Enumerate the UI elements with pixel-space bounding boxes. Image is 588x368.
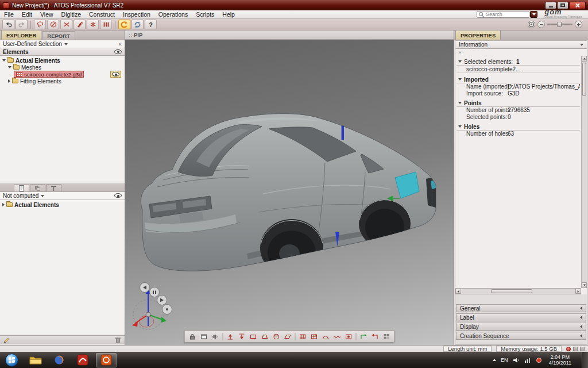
vp-path-back-button[interactable]: [370, 332, 381, 342]
undo-button[interactable]: [2, 20, 14, 29]
show-desktop-button[interactable]: [582, 352, 588, 368]
vp-trapezoid-selection-button[interactable]: [260, 332, 270, 342]
expanded-arrow-icon[interactable]: [458, 102, 462, 104]
zoom-slider[interactable]: [547, 24, 572, 25]
mesh-visibility-box[interactable]: [110, 71, 121, 78]
dock-handle-icon[interactable]: [129, 32, 131, 37]
vp-mesh-grid-button[interactable]: [297, 332, 308, 342]
vp-grow-selection-button[interactable]: [225, 332, 236, 342]
section-points[interactable]: Points: [457, 99, 580, 107]
section-bar-display[interactable]: Display: [456, 323, 586, 331]
horizontal-scroll-thumb[interactable]: [491, 289, 532, 293]
vp-announce-button[interactable]: [210, 332, 221, 342]
volume-icon[interactable]: [513, 357, 520, 363]
scroll-right-button[interactable]: [575, 289, 581, 294]
pip-header[interactable]: PIP: [125, 30, 454, 40]
menu-view[interactable]: View: [36, 10, 57, 18]
taskbar-clock[interactable]: 2:04 PM 4/19/2011: [547, 354, 574, 366]
collapse-panel-button[interactable]: «: [118, 41, 122, 47]
tree-item-fitting-elements[interactable]: Fitting Elements: [0, 78, 125, 85]
edit-pencil-icon[interactable]: [3, 336, 10, 344]
view-rotate-button-2[interactable]: [150, 288, 160, 297]
deselect-circle-button[interactable]: [47, 20, 59, 29]
visibility-eye-icon[interactable]: [112, 72, 119, 76]
collapsed-arrow-icon[interactable]: [2, 203, 5, 206]
start-button[interactable]: [5, 354, 18, 367]
visibility-eye-icon[interactable]: [114, 49, 122, 54]
tray-language[interactable]: EN: [501, 357, 508, 363]
collapsed-arrow-icon[interactable]: [8, 79, 10, 83]
expanded-arrow-icon[interactable]: [458, 78, 462, 80]
menu-inspection[interactable]: Inspection: [119, 10, 154, 18]
tree-item-mesh-selected[interactable]: scirocco-complete2.g3d: [0, 71, 125, 78]
tree-item-actual-elements[interactable]: Actual Elements: [0, 57, 125, 64]
vp-cylinder-selection-button[interactable]: [271, 332, 282, 342]
zoom-in-button[interactable]: [575, 21, 582, 28]
vertical-scroll-thumb[interactable]: [582, 63, 586, 96]
scroll-left-button[interactable]: [455, 289, 461, 294]
menu-digitize[interactable]: Digitize: [57, 10, 85, 18]
brush-selection-button[interactable]: [74, 20, 86, 29]
tab-report[interactable]: REPORT: [42, 31, 75, 40]
tray-hidden-icons-button[interactable]: [493, 359, 496, 361]
vp-mesh-corner-button[interactable]: [309, 332, 320, 342]
minitab-stages[interactable]: [30, 184, 45, 191]
computed-filter-dropdown[interactable]: Not computed: [0, 192, 125, 200]
tree-item-meshes[interactable]: Meshes: [0, 64, 125, 71]
properties-vertical-scrollbar[interactable]: [581, 56, 587, 288]
tray-gom-icon[interactable]: [536, 357, 542, 363]
menu-construct[interactable]: Construct: [85, 10, 119, 18]
search-input[interactable]: [486, 12, 520, 17]
title-bar[interactable]: New Project(*) - ATOS Professional V7 SR…: [0, 0, 588, 10]
taskbar-atos-button[interactable]: [72, 353, 93, 367]
properties-horizontal-scrollbar[interactable]: [455, 288, 581, 294]
section-selected-elements[interactable]: Selected elements: 1: [457, 58, 580, 66]
vp-rectangle-selection-button[interactable]: [248, 332, 259, 342]
expanded-arrow-icon[interactable]: [2, 59, 6, 62]
close-button[interactable]: [569, 2, 586, 9]
menu-operations[interactable]: Operations: [154, 10, 192, 18]
scroll-down-button[interactable]: [582, 282, 587, 288]
recalculate-button[interactable]: [118, 20, 130, 29]
clear-selection-button[interactable]: [60, 20, 72, 29]
zoom-slider-thumb[interactable]: [557, 22, 562, 27]
expanded-arrow-icon[interactable]: [458, 60, 462, 63]
bar-selection-button[interactable]: [100, 20, 112, 29]
vp-path-forward-button[interactable]: [358, 332, 369, 342]
lasso-selection-button[interactable]: [34, 20, 46, 29]
scroll-up-button[interactable]: [582, 56, 587, 62]
menu-help[interactable]: Help: [218, 10, 239, 18]
redo-button[interactable]: [16, 20, 28, 29]
section-bar-creation-sequence[interactable]: Creation Sequence: [456, 332, 586, 340]
vp-alignment-matrix-button[interactable]: [381, 332, 392, 342]
properties-view-dropdown[interactable]: Information: [455, 41, 587, 49]
vp-fill-holes-button[interactable]: [343, 332, 354, 342]
help-button[interactable]: ?: [145, 20, 157, 29]
menu-file[interactable]: File: [0, 10, 18, 18]
search-scope-dropdown[interactable]: [530, 11, 537, 18]
car-mesh-scene[interactable]: [125, 40, 454, 345]
navigation-widget[interactable]: [132, 283, 172, 330]
taskbar-gom-button[interactable]: [96, 353, 117, 367]
selection-filter-dropdown[interactable]: User-Defined Selection «: [0, 40, 125, 48]
star-selection-button[interactable]: [87, 20, 99, 29]
vp-shrink-selection-button[interactable]: [237, 332, 247, 342]
menu-edit[interactable]: Edit: [18, 10, 36, 18]
menu-scripts[interactable]: Scripts: [192, 10, 218, 18]
expanded-arrow-icon[interactable]: [458, 125, 462, 128]
vp-lock-button[interactable]: [187, 332, 198, 342]
section-bar-label[interactable]: Label: [456, 313, 586, 321]
trash-icon[interactable]: [114, 336, 122, 344]
tree-item-actual-elements-2[interactable]: Actual Elements: [0, 201, 125, 208]
viewport-canvas[interactable]: [125, 40, 454, 345]
tab-explorer[interactable]: EXPLORER: [1, 30, 41, 40]
vp-pin-window-button[interactable]: [199, 332, 210, 342]
section-imported[interactable]: Imported: [457, 76, 580, 83]
projector-button[interactable]: [528, 21, 535, 28]
zoom-out-button[interactable]: [537, 21, 545, 28]
blue-marker-top[interactable]: [342, 126, 344, 140]
network-icon[interactable]: [524, 357, 531, 363]
section-bar-general[interactable]: General: [456, 304, 586, 312]
selected-mesh-row[interactable]: scirocco-complete2.g3d: [14, 71, 84, 78]
expand-panel-button[interactable]: »: [455, 49, 587, 56]
